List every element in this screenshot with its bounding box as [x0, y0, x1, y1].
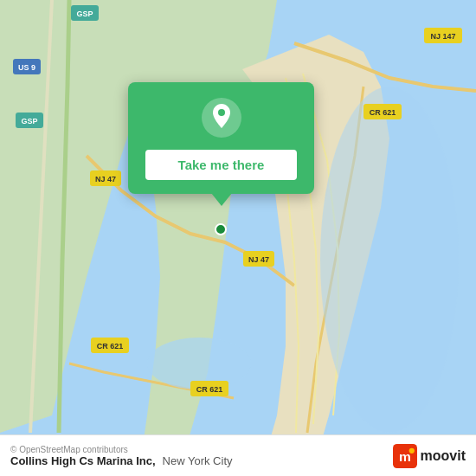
road-label-nj47-bottom: NJ 47 — [248, 255, 269, 264]
road-label-cr621-bottom: CR 621 — [196, 385, 223, 394]
take-me-there-button[interactable]: Take me there — [145, 150, 297, 180]
bottom-info: Collins High Cs Marina Inc, New York Cit… — [10, 454, 233, 467]
moovit-text: moovit — [421, 448, 466, 464]
attribution-text: © OpenStreetMap contributors — [10, 445, 233, 454]
road-label-cr621-bottom-left: CR 621 — [97, 342, 124, 351]
moovit-logo: m moovit — [393, 444, 466, 468]
bottom-left: © OpenStreetMap contributors Collins Hig… — [10, 445, 233, 467]
moovit-icon: m — [393, 444, 417, 468]
place-city: New York City — [163, 454, 233, 467]
svg-point-15 — [215, 224, 226, 235]
svg-point-19 — [408, 447, 414, 453]
road-label-gsp-top: GSP — [76, 10, 93, 18]
svg-point-5 — [320, 87, 459, 433]
location-pin-icon — [209, 104, 234, 132]
road-label-us9: US 9 — [18, 63, 35, 72]
popup-card: Take me there — [128, 82, 314, 194]
location-icon-circle — [202, 98, 241, 138]
road-label-nj147: NJ 147 — [430, 32, 455, 41]
road-label-nj47-left: NJ 47 — [95, 175, 116, 183]
svg-point-16 — [218, 109, 225, 116]
bottom-bar: © OpenStreetMap contributors Collins Hig… — [0, 434, 476, 476]
road-label-cr621-right: CR 621 — [370, 108, 396, 117]
map-background: GSP US 9 GSP NJ 47 NJ 147 CR 621 NJ 47 C… — [0, 0, 476, 476]
place-name: Collins High Cs Marina Inc, — [10, 454, 156, 467]
road-label-gsp-left: GSP — [21, 117, 37, 125]
map-container: GSP US 9 GSP NJ 47 NJ 147 CR 621 NJ 47 C… — [0, 0, 476, 476]
